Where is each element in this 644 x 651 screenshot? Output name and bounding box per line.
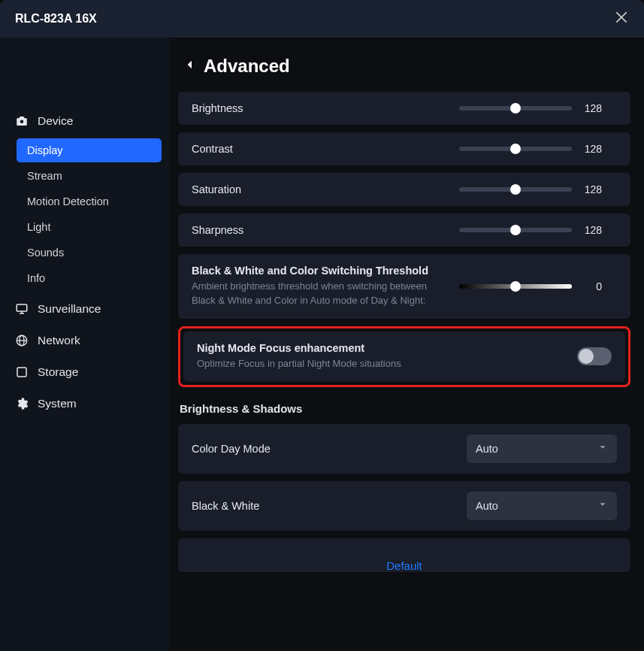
sidebar-section-label: Device [38, 114, 73, 128]
brightness-row: Brightness 128 [178, 92, 630, 125]
sharpness-slider[interactable] [459, 228, 572, 232]
sidebar-item-display[interactable]: Display [17, 138, 162, 162]
titlebar: RLC-823A 16X [0, 0, 644, 38]
brightness-slider[interactable] [459, 106, 572, 111]
globe-icon [15, 334, 29, 347]
sharpness-value: 128 [582, 224, 602, 236]
color-day-mode-row: Color Day Mode Auto [178, 424, 630, 474]
bw-threshold-row: Black & White and Color Switching Thresh… [178, 254, 630, 319]
highlight-night-focus: Night Mode Focus enhancement Optimize Fo… [178, 326, 630, 387]
sidebar-item-info[interactable]: Info [17, 266, 162, 290]
sidebar-item-motion-detection[interactable]: Motion Detection [17, 189, 162, 213]
chevron-down-icon [597, 442, 608, 455]
settings-scroll[interactable]: Brightness 128 Contrast 128 [169, 89, 644, 651]
sidebar-section-network[interactable]: Network [8, 325, 162, 356]
saturation-label: Saturation [192, 183, 241, 195]
sharpness-label: Sharpness [192, 224, 243, 236]
brightness-label: Brightness [192, 102, 243, 114]
svg-point-2 [20, 120, 24, 124]
saturation-value: 128 [582, 183, 602, 195]
brightness-shadows-title: Brightness & Shadows [180, 402, 629, 415]
bw-threshold-slider[interactable] [459, 284, 572, 289]
bw-threshold-desc: Ambient brightness threshold when switch… [192, 280, 444, 308]
sidebar-section-storage[interactable]: Storage [8, 356, 162, 388]
saturation-slider[interactable] [459, 187, 572, 192]
sharpness-row: Sharpness 128 [178, 213, 630, 247]
contrast-value: 128 [582, 143, 602, 155]
monitor-icon [15, 302, 29, 316]
chevron-down-icon [597, 499, 608, 512]
page-title: Advanced [204, 56, 290, 77]
night-focus-toggle[interactable] [577, 347, 612, 365]
camera-icon [15, 114, 29, 128]
sidebar-section-device[interactable]: Device [8, 105, 162, 137]
night-focus-row: Night Mode Focus enhancement Optimize Fo… [183, 332, 625, 382]
sidebar-section-label: Surveillance [38, 302, 101, 316]
sidebar-section-label: Storage [38, 365, 78, 379]
contrast-row: Contrast 128 [178, 132, 630, 165]
sidebar-section-system[interactable]: System [8, 388, 162, 419]
saturation-row: Saturation 128 [178, 173, 630, 206]
window-title: RLC-823A 16X [15, 12, 97, 26]
contrast-slider[interactable] [459, 147, 572, 151]
sidebar: Device Display Stream Motion Detection L… [0, 38, 169, 651]
default-button[interactable]: Default [192, 549, 617, 572]
sidebar-item-light[interactable]: Light [17, 215, 162, 239]
back-button[interactable] [184, 56, 196, 77]
color-day-mode-label: Color Day Mode [192, 443, 271, 455]
sidebar-device-items: Display Stream Motion Detection Light So… [8, 138, 162, 290]
bw-threshold-value: 0 [582, 280, 602, 292]
black-white-label: Black & White [192, 500, 259, 512]
storage-icon [15, 365, 29, 379]
default-card: Default [178, 538, 630, 572]
black-white-value: Auto [476, 500, 498, 512]
bw-threshold-title: Black & White and Color Switching Thresh… [192, 265, 444, 277]
svg-rect-9 [17, 368, 26, 377]
svg-rect-3 [17, 304, 27, 311]
black-white-select[interactable]: Auto [467, 492, 617, 520]
color-day-mode-select[interactable]: Auto [467, 435, 617, 463]
contrast-label: Contrast [192, 143, 233, 155]
black-white-row: Black & White Auto [178, 481, 630, 531]
gear-icon [15, 397, 29, 410]
main-content: Advanced Brightness 128 Contrast [169, 38, 644, 651]
night-focus-title: Night Mode Focus enhancement [197, 342, 401, 354]
sidebar-section-label: System [38, 397, 77, 410]
sidebar-item-sounds[interactable]: Sounds [17, 241, 162, 265]
close-icon[interactable] [614, 10, 629, 28]
night-focus-desc: Optimize Focus in partial Night Mode sit… [197, 357, 401, 371]
brightness-value: 128 [582, 102, 602, 114]
sidebar-section-label: Network [38, 334, 80, 347]
color-day-mode-value: Auto [476, 443, 498, 455]
sidebar-item-stream[interactable]: Stream [17, 164, 162, 188]
sidebar-section-surveillance[interactable]: Surveillance [8, 293, 162, 325]
